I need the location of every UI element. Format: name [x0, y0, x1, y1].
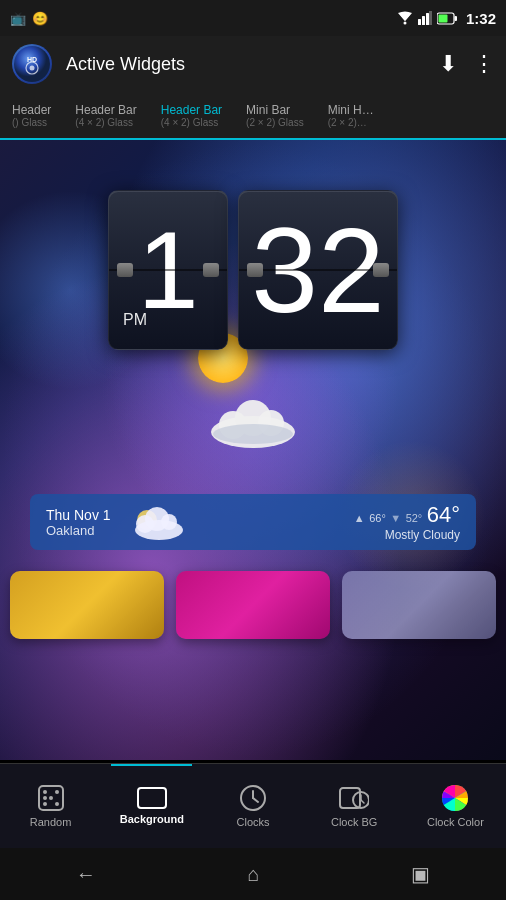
svg-point-8 — [14, 46, 50, 82]
swatch-pink[interactable] — [176, 571, 330, 639]
svg-point-28 — [43, 796, 47, 800]
signal-icon — [418, 11, 432, 25]
nav-random-label: Random — [30, 816, 72, 828]
swatch-lavender[interactable] — [342, 571, 496, 639]
svg-point-27 — [49, 796, 53, 800]
svg-line-36 — [361, 800, 364, 803]
svg-point-23 — [43, 790, 47, 794]
status-icon-1: 📺 — [10, 11, 26, 26]
weather-city: Oakland — [46, 523, 111, 538]
wifi-icon — [397, 11, 413, 25]
svg-rect-3 — [426, 13, 429, 25]
nav-clock-color[interactable]: Clock Color — [405, 764, 506, 848]
app-bar: HD Active Widgets ⬇ ⋮ — [0, 36, 506, 92]
nav-clocks[interactable]: Clocks — [202, 764, 303, 848]
status-left-icons: 📺 😊 — [10, 11, 48, 26]
weather-date-text: Thu Nov 1 — [46, 507, 111, 523]
status-time: 1:32 — [466, 10, 496, 27]
app-title: Active Widgets — [66, 54, 425, 75]
svg-point-24 — [55, 790, 59, 794]
clock-hour-panel: 1 PM — [108, 190, 228, 350]
tab-header-bar-2[interactable]: Header Bar (4 × 2) Glass — [149, 92, 234, 138]
weather-bar-icon — [127, 500, 187, 544]
home-button[interactable]: ⌂ — [227, 855, 279, 894]
weather-condition: Mostly Cloudy — [354, 528, 460, 542]
flip-hinge-left-hour — [117, 263, 133, 277]
swatches-row — [0, 560, 506, 650]
weather-low: 52° — [406, 512, 423, 524]
battery-icon — [437, 12, 457, 25]
more-button[interactable]: ⋮ — [473, 51, 494, 77]
svg-rect-7 — [438, 14, 447, 22]
weather-low-label: ▼ — [390, 512, 401, 524]
flip-hinge-left-minute — [247, 263, 263, 277]
weather-date-city: Thu Nov 1 Oakland — [46, 507, 111, 538]
flip-hinge-right-hour — [203, 263, 219, 277]
tab-header-bar-1[interactable]: Header Bar (4 × 2) Glass — [63, 92, 148, 138]
recents-button[interactable]: ▣ — [391, 854, 450, 894]
nav-clock-bg-label: Clock BG — [331, 816, 377, 828]
svg-line-32 — [253, 798, 258, 802]
main-content: 1 PM 32 Thu Nov 1 Oakland — [0, 140, 506, 760]
svg-point-11 — [30, 66, 35, 71]
tab-mini-h[interactable]: Mini H… (2 × 2)… — [316, 92, 386, 138]
clock-color-icon — [441, 784, 469, 812]
app-bar-actions: ⬇ ⋮ — [439, 51, 494, 77]
clock-minute-panel: 32 — [238, 190, 398, 350]
tab-header[interactable]: Header () Glass — [0, 92, 63, 138]
weather-high-label: ▲ — [354, 512, 365, 524]
svg-rect-33 — [340, 788, 360, 808]
clock-bg-icon — [339, 784, 369, 812]
svg-point-26 — [55, 802, 59, 806]
nav-clocks-label: Clocks — [237, 816, 270, 828]
svg-point-21 — [161, 514, 177, 530]
weather-current: 64° — [427, 502, 460, 527]
nav-clock-color-label: Clock Color — [427, 816, 484, 828]
weather-high: 66° — [369, 512, 386, 524]
svg-rect-6 — [454, 16, 457, 21]
background-icon — [137, 787, 167, 809]
random-icon — [37, 784, 65, 812]
clock-widget: 1 PM 32 — [108, 190, 398, 350]
svg-point-25 — [43, 802, 47, 806]
svg-rect-29 — [138, 788, 166, 808]
download-button[interactable]: ⬇ — [439, 51, 457, 77]
weather-bar: Thu Nov 1 Oakland ▲ 66° ▼ 52° 64° Mostly… — [30, 494, 476, 550]
swatch-gold[interactable] — [10, 571, 164, 639]
nav-clock-bg[interactable]: Clock BG — [304, 764, 405, 848]
flip-hinge-right-minute — [373, 263, 389, 277]
nav-random[interactable]: Random — [0, 764, 101, 848]
system-nav: ← ⌂ ▣ — [0, 848, 506, 900]
svg-rect-2 — [422, 16, 425, 25]
weather-right: ▲ 66° ▼ 52° 64° Mostly Cloudy — [354, 502, 460, 542]
svg-rect-1 — [418, 19, 421, 25]
svg-marker-4 — [429, 11, 432, 25]
bottom-nav: Random Background Clocks Clock BG — [0, 763, 506, 848]
status-right-icons: 1:32 — [397, 10, 496, 27]
svg-point-16 — [213, 424, 293, 444]
svg-point-0 — [403, 22, 406, 25]
status-icon-2: 😊 — [32, 11, 48, 26]
app-logo: HD — [12, 44, 52, 84]
tab-bar: Header () Glass Header Bar (4 × 2) Glass… — [0, 92, 506, 140]
nav-background[interactable]: Background — [101, 764, 202, 848]
back-button[interactable]: ← — [56, 855, 116, 894]
weather-cloud — [203, 390, 303, 450]
clock-period: PM — [123, 311, 147, 329]
clocks-icon — [239, 784, 267, 812]
status-bar: 📺 😊 1:32 — [0, 0, 506, 36]
tab-mini-bar[interactable]: Mini Bar (2 × 2) Glass — [234, 92, 316, 138]
nav-background-label: Background — [120, 813, 184, 825]
